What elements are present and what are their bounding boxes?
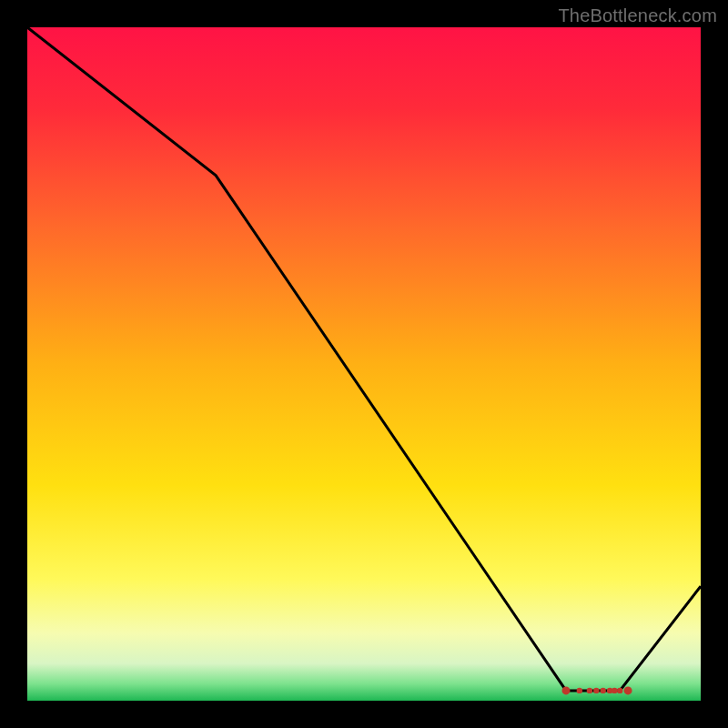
optimal-marker bbox=[617, 688, 622, 693]
optimal-marker bbox=[587, 688, 592, 693]
optimal-marker bbox=[624, 686, 632, 694]
optimal-marker bbox=[593, 688, 599, 693]
chart-svg bbox=[27, 27, 701, 701]
chart-frame: TheBottleneck.com bbox=[0, 0, 728, 728]
optimal-marker bbox=[562, 686, 571, 694]
watermark-text: TheBottleneck.com bbox=[558, 5, 717, 26]
optimal-marker bbox=[601, 688, 606, 693]
optimal-marker bbox=[612, 688, 617, 693]
optimal-marker bbox=[577, 688, 582, 693]
chart-background bbox=[27, 27, 701, 701]
chart-plot bbox=[27, 27, 701, 701]
